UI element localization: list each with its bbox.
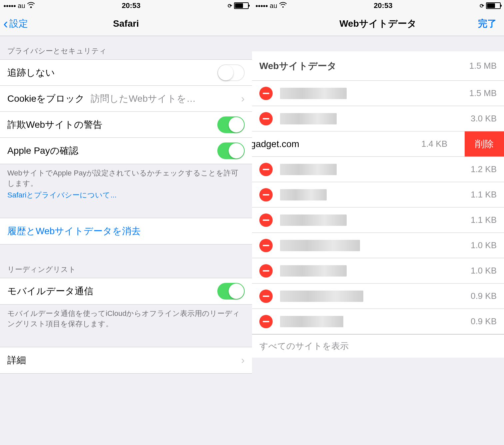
status-time: 20:53 xyxy=(374,1,392,10)
website-data-screen: ●●●●● au 20:53 ⟳ Webサイトデータ 完了 Webサイトデータ … xyxy=(252,0,504,445)
safari-privacy-link[interactable]: Safariとプライバシーについて... xyxy=(7,190,117,200)
done-button[interactable]: 完了 xyxy=(478,17,497,30)
apple-pay-toggle[interactable] xyxy=(217,142,245,159)
advanced-row[interactable]: 詳細 › xyxy=(0,347,252,373)
fraud-warn-label: 詐欺Webサイトの警告 xyxy=(7,118,102,131)
apple-pay-label: Apple Payの確認 xyxy=(7,144,78,157)
mobile-data-toggle[interactable] xyxy=(217,283,245,300)
website-data-summary: Webサイトデータ 1.5 MB xyxy=(252,51,504,81)
site-domain-redacted xyxy=(280,88,347,99)
site-domain-redacted xyxy=(280,214,347,226)
status-bar: ●●●●● au 20:53 ⟳ xyxy=(252,0,504,11)
delete-minus-icon[interactable] xyxy=(259,315,273,328)
site-size: 1.0 KB xyxy=(471,266,497,276)
nav-bar: ‹ 設定 Safari xyxy=(0,11,252,36)
safari-settings-screen: ●●●●● au 20:53 ⟳ ‹ 設定 Safari プライバシーとセキュリ… xyxy=(0,0,252,445)
site-row[interactable]: 1.0 KB xyxy=(252,233,504,258)
site-size: 3.0 KB xyxy=(471,113,497,124)
mobile-data-label: モバイルデータ通信 xyxy=(7,285,93,298)
orientation-lock-icon: ⟳ xyxy=(480,3,484,9)
site-domain-redacted xyxy=(280,240,360,251)
site-size: 1.1 KB xyxy=(471,189,497,200)
reading-list-header: リーディングリスト xyxy=(0,245,252,278)
privacy-section-header: プライバシーとセキュリティ xyxy=(0,36,252,59)
site-size: 1.2 KB xyxy=(471,164,497,174)
svg-point-0 xyxy=(30,6,32,8)
chevron-right-icon: › xyxy=(241,92,245,105)
carrier-label: au xyxy=(18,2,25,10)
block-cookies-row[interactable]: Cookieをブロック 訪問したWebサイトを… › xyxy=(0,86,252,112)
site-size: 1.1 KB xyxy=(471,215,497,225)
advanced-label: 詳細 xyxy=(7,354,26,367)
cookie-block-value: 訪問したWebサイトを… xyxy=(91,92,238,105)
site-domain-redacted xyxy=(280,265,347,277)
site-row[interactable]: 0.9 KB xyxy=(252,309,504,334)
wifi-icon xyxy=(279,2,287,10)
site-size: 1.0 KB xyxy=(471,240,497,251)
site-row[interactable]: 1.1 KB xyxy=(252,207,504,233)
signal-dots-icon: ●●●●● xyxy=(3,3,16,8)
battery-icon xyxy=(234,2,249,9)
delete-minus-icon[interactable] xyxy=(259,87,273,100)
status-time: 20:53 xyxy=(122,1,140,10)
chevron-right-icon: › xyxy=(241,354,245,366)
apple-pay-row[interactable]: Apple Payの確認 xyxy=(0,138,252,164)
fraud-warning-row[interactable]: 詐欺Webサイトの警告 xyxy=(0,112,252,138)
signal-dots-icon: ●●●●● xyxy=(255,3,268,8)
delete-minus-icon[interactable] xyxy=(259,264,273,278)
mobile-data-footer: モバイルデータ通信を使ってiCloudからオフライン表示用のリーディングリスト項… xyxy=(0,305,252,332)
page-title: Safari xyxy=(113,18,139,29)
back-button[interactable]: ‹ 設定 xyxy=(3,17,28,31)
chevron-left-icon: ‹ xyxy=(3,17,8,31)
delete-minus-icon[interactable] xyxy=(259,163,273,176)
data-total-size: 1.5 MB xyxy=(469,61,497,71)
battery-icon xyxy=(486,2,501,9)
delete-button[interactable]: 削除 xyxy=(465,131,504,156)
svg-point-1 xyxy=(282,6,284,8)
site-row-swiped[interactable]: ngadget.com1.4 KB削除 xyxy=(252,131,504,157)
site-domain-redacted xyxy=(280,189,327,200)
clear-history-row[interactable]: 履歴とWebサイトデータを消去 xyxy=(0,218,252,244)
delete-minus-icon[interactable] xyxy=(259,213,273,227)
site-row[interactable]: 1.0 KB xyxy=(252,258,504,284)
delete-minus-icon[interactable] xyxy=(259,112,273,125)
site-domain-redacted xyxy=(280,291,363,302)
page-title: Webサイトデータ xyxy=(339,17,417,30)
apple-pay-footer: WebサイトでApple Payが設定されているかチェックすることを許可します。… xyxy=(0,164,252,203)
delete-minus-icon[interactable] xyxy=(259,188,273,201)
back-label: 設定 xyxy=(9,17,28,30)
mobile-data-row[interactable]: モバイルデータ通信 xyxy=(0,278,252,304)
site-row[interactable]: 1.1 KB xyxy=(252,182,504,207)
site-row[interactable]: 3.0 KB xyxy=(252,106,504,131)
fraud-warn-toggle[interactable] xyxy=(217,116,245,133)
wifi-icon xyxy=(27,2,35,10)
site-size: 0.9 KB xyxy=(471,316,497,327)
do-not-track-row[interactable]: 追跡しない xyxy=(0,60,252,86)
site-domain-redacted xyxy=(280,316,343,327)
site-size: 1.4 KB xyxy=(421,139,451,149)
delete-minus-icon[interactable] xyxy=(259,239,273,252)
site-size: 0.9 KB xyxy=(471,291,497,301)
clear-history-label: 履歴とWebサイトデータを消去 xyxy=(7,225,141,238)
carrier-label: au xyxy=(270,2,277,10)
dnt-toggle[interactable] xyxy=(217,64,245,81)
orientation-lock-icon: ⟳ xyxy=(228,3,232,9)
site-domain-redacted xyxy=(280,113,337,124)
cookie-block-label: Cookieをブロック xyxy=(7,92,85,105)
site-row[interactable]: 1.2 KB xyxy=(252,157,504,182)
site-row[interactable]: 1.5 MB xyxy=(252,81,504,106)
site-domain-redacted xyxy=(280,164,337,175)
show-all-sites-row[interactable]: すべてのサイトを表示 xyxy=(252,334,504,358)
nav-bar: Webサイトデータ 完了 xyxy=(252,11,504,36)
site-size: 1.5 MB xyxy=(469,88,497,98)
delete-minus-icon[interactable] xyxy=(259,290,273,303)
site-domain: ngadget.com xyxy=(252,139,421,149)
site-row[interactable]: 0.9 KB xyxy=(252,284,504,309)
dnt-label: 追跡しない xyxy=(7,66,55,79)
status-bar: ●●●●● au 20:53 ⟳ xyxy=(0,0,252,11)
data-header-title: Webサイトデータ xyxy=(259,60,337,72)
